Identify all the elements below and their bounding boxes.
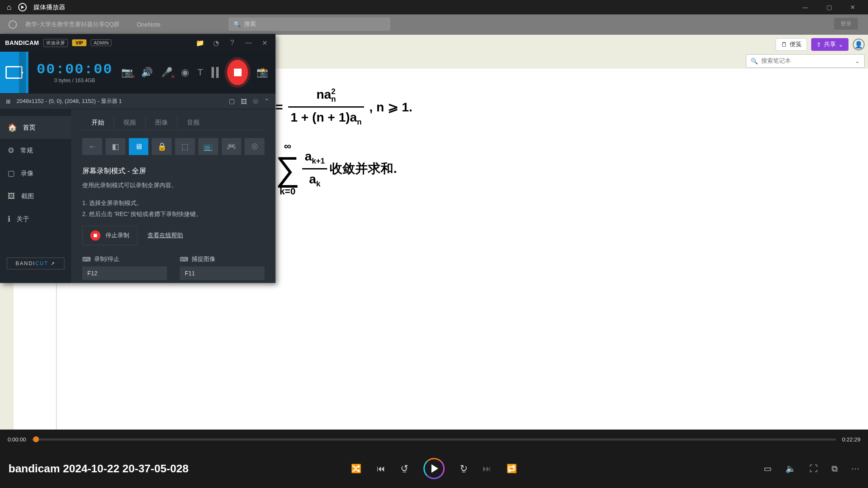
video-frame: 教学-大学生教学竞赛好题分享QQ群 OneNote 🔍 搜索 登录 🗒 便笺 ⇪… — [0, 14, 868, 430]
home-icon[interactable]: ⌂ — [7, 3, 11, 12]
tab-start[interactable]: 开始 — [82, 115, 114, 130]
shuffle-icon[interactable]: 🔀 — [351, 463, 362, 474]
share-icon: ⇪ — [816, 41, 821, 48]
video-icon: ▢ — [8, 169, 15, 178]
image-icon[interactable]: 🖼 — [241, 98, 247, 105]
mode-fullscreen-button[interactable]: 🖥 — [129, 138, 149, 155]
account-icon[interactable]: 👤 — [853, 39, 865, 50]
repeat-icon[interactable]: 🔁 — [506, 463, 517, 474]
bandicam-logo: BANDICAM — [5, 39, 39, 46]
sidebar-item-about[interactable]: ℹ 关于 — [0, 208, 71, 230]
sidebar-item-video[interactable]: ▢ 录像 — [0, 162, 71, 185]
mode-device-button[interactable]: 📺 — [198, 138, 218, 155]
subtitle-icon[interactable]: ▭ — [764, 463, 772, 474]
resolution-status: 868x488 - (0, 0), (2048, 1152) - 显示器 1 — [17, 97, 122, 105]
mode-back-button[interactable]: ← — [82, 138, 102, 155]
gear-icon: ⚙ — [8, 146, 14, 155]
hotkey-capture-value[interactable]: F11 — [180, 266, 264, 280]
sidebar-item-general[interactable]: ⚙ 常规 — [0, 139, 71, 162]
hotkey-record-value[interactable]: F12 — [82, 266, 167, 280]
record-mode-button[interactable]: ▾ — [0, 52, 28, 93]
bg-search-placeholder: 搜索 — [244, 20, 256, 28]
mode-window-button[interactable]: 🔒 — [152, 138, 172, 155]
notebook-search[interactable]: 🔍 搜索笔记本 ⌄ — [746, 54, 865, 68]
media-player-controls: 0:00:00 0:22:29 bandicam 2024-10-22 20-3… — [0, 430, 868, 488]
mini-player-icon[interactable]: ⧉ — [832, 464, 837, 474]
record-stop-button[interactable] — [227, 60, 248, 85]
math-line-2: ∞ ∑ k=0 ak+1 ak 收敛并求和. — [275, 140, 412, 197]
webcam-icon[interactable]: 📷✕ — [121, 67, 133, 78]
sidebar-item-image[interactable]: 🖼 截图 — [0, 185, 71, 208]
next-track-icon[interactable]: ⏭ — [483, 464, 491, 474]
folder-icon[interactable]: 📁 — [194, 39, 206, 47]
chevron-down-icon[interactable]: ⌄ — [855, 58, 860, 64]
screenshot-icon[interactable]: 📸 — [256, 67, 268, 78]
recording-timer: 00:00:00 — [37, 61, 113, 78]
hotkey-capture-label: ⌨ 捕捉图像 — [180, 255, 264, 263]
window-close-icon[interactable]: ✕ — [844, 4, 861, 11]
bg-tab-2: OneNote — [136, 21, 160, 28]
pause-button[interactable] — [211, 67, 219, 78]
mode-rectangle-button[interactable]: ◧ — [106, 138, 125, 155]
bandicam-statusbar: ⊞ 868x488 - (0, 0), (2048, 1152) - 显示器… — [0, 93, 275, 109]
admin-badge: ADMIN — [91, 39, 111, 46]
bg-tab-1: 教学-大学生教学竞赛好题分享QQ群 — [25, 21, 120, 28]
bandicam-minimize-icon[interactable]: — — [242, 39, 254, 47]
media-app-icon — [18, 3, 27, 11]
previous-track-icon[interactable]: ⏮ — [377, 464, 385, 474]
volume-icon[interactable]: 🔈 — [785, 463, 796, 474]
sticky-note-button[interactable]: 🗒 便笺 — [776, 38, 807, 51]
microphone-icon[interactable]: 🎤✕ — [161, 67, 172, 78]
more-icon[interactable]: ⋯ — [851, 463, 860, 474]
online-help-link[interactable]: 查看在线帮助 — [147, 232, 183, 239]
tab-image[interactable]: 图像 — [146, 115, 178, 130]
sidebar-item-home[interactable]: 🏠 首页 — [0, 116, 71, 139]
grid-icon[interactable]: ⊞ — [6, 98, 11, 105]
bg-login-button: 登录 — [834, 18, 858, 30]
image-icon: 🖼 — [8, 192, 15, 201]
bandicut-link[interactable]: BANDICUT ↗ — [7, 258, 64, 269]
home-icon: 🏠 — [8, 123, 17, 132]
mode-dropdown-icon[interactable]: ▾ — [19, 52, 26, 93]
tab-audio[interactable]: 音频 — [178, 115, 209, 130]
current-time: 0:00:00 — [8, 436, 26, 443]
mode-audio-button[interactable]: ⦾ — [245, 138, 264, 155]
share-button-label: 共享 — [824, 41, 836, 48]
stop-recording-button[interactable]: 停止录制 — [82, 226, 137, 245]
broadcast-icon[interactable]: ⦾ — [253, 97, 258, 105]
mode-title: 屏幕录制模式 - 全屏 — [82, 166, 264, 176]
help-icon[interactable]: ? — [226, 39, 238, 47]
collapse-icon[interactable]: ⌃ — [264, 97, 270, 105]
bandicam-toolbar: ▾ 00:00:00 0 bytes / 163.4GB 📷✕ 🔊 🎤✕ ◉ T… — [0, 52, 275, 93]
window-minimize-icon[interactable]: — — [797, 4, 814, 11]
keyboard-icon: ⌨ — [180, 256, 188, 263]
fullscreen-icon[interactable]: ⛶ — [810, 464, 818, 474]
search-icon: 🔍 — [751, 58, 758, 64]
background-browser-bar: 教学-大学生教学竞赛好题分享QQ群 OneNote 🔍 搜索 登录 — [0, 14, 868, 35]
chevron-down-icon: ⌄ — [838, 41, 843, 48]
progress-thumb[interactable] — [33, 436, 39, 442]
video-record-icon[interactable]: ▢ — [229, 97, 235, 105]
speaker-icon[interactable]: 🔊 — [141, 67, 153, 78]
bandicam-close-icon[interactable]: ✕ — [259, 39, 270, 47]
mode-step-1: 1. 选择全屏录制模式。 — [82, 200, 264, 207]
text-overlay-icon[interactable]: T — [198, 67, 203, 78]
bg-search-box: 🔍 搜索 — [229, 18, 390, 30]
tab-video[interactable]: 视频 — [114, 115, 146, 130]
bandicam-window: BANDICAM 班迪录屏 VIP ADMIN 📁 ◔ ? — ✕ ▾ 00:0… — [0, 34, 275, 283]
progress-bar[interactable] — [32, 438, 836, 441]
mouse-effect-icon[interactable]: ◉ — [181, 67, 189, 78]
mode-game-button[interactable]: 🎮 — [222, 138, 242, 155]
share-button[interactable]: ⇪ 共享 ⌄ — [811, 38, 849, 51]
hotkey-record-label: ⌨ 录制/停止 — [82, 255, 167, 263]
skip-back-button[interactable]: ↺10 — [401, 463, 408, 474]
play-button[interactable] — [423, 458, 445, 479]
note-icon: 🗒 — [781, 41, 787, 48]
skip-forward-button[interactable]: ↻30 — [460, 463, 467, 474]
bandicam-product-tag: 班迪录屏 — [43, 39, 68, 47]
mode-area-button[interactable]: ⬚ — [175, 138, 195, 155]
window-maximize-icon[interactable]: ▢ — [821, 4, 837, 11]
timer-icon[interactable]: ◔ — [210, 39, 222, 47]
bandicam-titlebar: BANDICAM 班迪录屏 VIP ADMIN 📁 ◔ ? — ✕ — [0, 34, 275, 52]
stop-button-label: 停止录制 — [106, 232, 129, 239]
